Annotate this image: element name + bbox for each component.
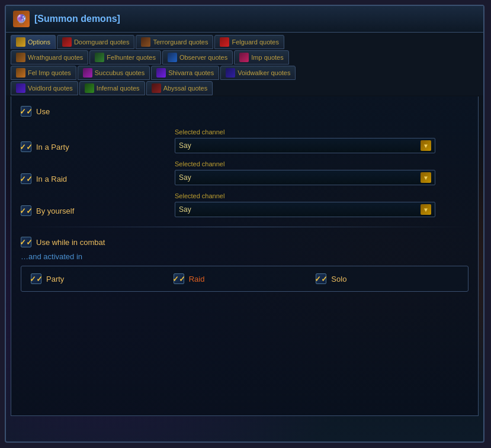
title-bar: 🔮 [Summon demons] <box>6 6 483 33</box>
use-while-in-combat-checkbox[interactable]: ✓ <box>21 237 31 247</box>
yourself-channel-value: Say <box>179 205 191 214</box>
voidlord-tab-icon <box>16 83 25 93</box>
tab-voidlord-label: Voidlord quotes <box>28 85 73 92</box>
abyssal-tab-icon <box>152 83 161 93</box>
party-channel-label: Selected channel <box>175 128 468 136</box>
in-a-party-checkbox[interactable]: ✓ <box>21 141 31 152</box>
content-area: ✓ Use ✓ In a Party Selected channel Say … <box>11 96 479 416</box>
tab-terrorguard[interactable]: Terrorguard quotes <box>136 35 213 49</box>
observer-tab-icon <box>168 53 177 62</box>
shivarra-tab-icon <box>156 68 166 78</box>
tab-options[interactable]: Options <box>11 35 56 49</box>
solo-activation-checkbox[interactable]: ✓ <box>316 273 326 284</box>
tabs-container: Options Doomguard quotes Terrorguard quo… <box>6 33 483 95</box>
tab-observer[interactable]: Observer quotes <box>162 50 233 65</box>
doomguard-tab-icon <box>62 37 72 47</box>
party-channel-value: Say <box>179 141 191 150</box>
tab-row-3: Fel Imp quotes Succubus quotes Shivarra … <box>11 66 479 80</box>
by-yourself-checkbox[interactable]: ✓ <box>21 205 31 216</box>
tab-felguard[interactable]: Felguard quotes <box>214 35 284 49</box>
activation-party: ✓ Party <box>31 273 174 284</box>
in-a-party-section: ✓ In a Party Selected channel Say ▼ <box>21 128 468 153</box>
tab-shivarra[interactable]: Shivarra quotes <box>151 66 219 80</box>
felimp-tab-icon <box>16 68 25 78</box>
party-activation-checkbox[interactable]: ✓ <box>31 273 41 284</box>
terrorguard-tab-icon <box>141 37 150 47</box>
tab-abyssal[interactable]: Abyssal quotes <box>146 81 213 95</box>
tab-shivarra-label: Shivarra quotes <box>168 69 214 76</box>
raid-label-col: ✓ In a Raid <box>21 173 175 185</box>
tab-felguard-label: Felguard quotes <box>232 38 279 46</box>
options-tab-icon <box>16 37 25 47</box>
use-while-in-combat-label: Use while in combat <box>36 238 105 247</box>
in-a-raid-checkbox[interactable]: ✓ <box>21 173 31 184</box>
tab-options-label: Options <box>28 38 50 46</box>
tab-voidwalker-label: Voidwalker quotes <box>238 69 290 76</box>
tab-row-4: Voidlord quotes Infernal quotes Abyssal … <box>11 81 479 95</box>
tab-doomguard[interactable]: Doomguard quotes <box>57 35 135 49</box>
raid-channel-label: Selected channel <box>175 160 468 167</box>
in-a-party-row: ✓ In a Party Selected channel Say ▼ <box>21 128 468 153</box>
in-a-raid-row: ✓ In a Raid Selected channel Say ▼ <box>21 160 468 185</box>
activation-solo: ✓ Solo <box>316 273 458 284</box>
use-checkbox[interactable]: ✓ <box>21 106 31 117</box>
party-dropdown-arrow: ▼ <box>421 140 431 151</box>
tab-succubus[interactable]: Succubus quotes <box>78 66 150 80</box>
in-a-raid-label: In a Raid <box>36 175 67 183</box>
and-activated-label: …and activated in <box>21 252 468 261</box>
yourself-channel-dropdown[interactable]: Say ▼ <box>175 202 435 217</box>
raid-dropdown-arrow: ▼ <box>421 172 431 183</box>
tab-row-1: Options Doomguard quotes Terrorguard quo… <box>11 35 479 49</box>
activation-raid: ✓ Raid <box>174 273 316 284</box>
use-row: ✓ Use <box>21 106 468 117</box>
tab-felhunter[interactable]: Felhunter quotes <box>89 50 161 65</box>
tab-doomguard-label: Doomguard quotes <box>74 38 130 46</box>
combat-checkbox-row: ✓ Use while in combat <box>21 237 468 247</box>
solo-activation-label: Solo <box>331 275 346 283</box>
tab-voidlord[interactable]: Voidlord quotes <box>11 81 78 95</box>
imp-tab-icon <box>239 53 249 62</box>
tab-felhunter-label: Felhunter quotes <box>107 54 156 61</box>
separator <box>21 227 468 227</box>
tab-wrathguard[interactable]: Wrathguard quotes <box>11 50 88 65</box>
tab-felimp-label: Fel Imp quotes <box>28 69 71 76</box>
raid-dropdown-col: Selected channel Say ▼ <box>175 160 468 185</box>
use-label: Use <box>36 107 50 116</box>
felhunter-tab-icon <box>95 53 104 62</box>
tab-voidwalker[interactable]: Voidwalker quotes <box>220 66 296 80</box>
combat-section: ✓ Use while in combat …and activated in … <box>21 237 468 292</box>
tab-terrorguard-label: Terrorguard quotes <box>153 38 208 46</box>
in-a-party-label: In a Party <box>36 143 69 152</box>
raid-activation-label: Raid <box>189 275 205 283</box>
wrathguard-tab-icon <box>16 53 25 62</box>
tab-infernal[interactable]: Infernal quotes <box>79 81 145 95</box>
yourself-dropdown-arrow: ▼ <box>421 204 431 215</box>
infernal-tab-icon <box>85 83 94 93</box>
raid-activation-checkbox[interactable]: ✓ <box>174 273 184 284</box>
yourself-channel-label: Selected channel <box>175 192 468 199</box>
title-icon: 🔮 <box>13 11 30 27</box>
raid-channel-dropdown[interactable]: Say ▼ <box>175 170 435 185</box>
tab-succubus-label: Succubus quotes <box>95 69 145 76</box>
yourself-label-col: ✓ By yourself <box>21 205 175 217</box>
tab-observer-label: Observer quotes <box>179 54 227 61</box>
by-yourself-label: By yourself <box>36 207 74 215</box>
in-a-raid-section: ✓ In a Raid Selected channel Say ▼ <box>21 160 468 185</box>
voidwalker-tab-icon <box>226 68 235 78</box>
tab-wrathguard-label: Wrathguard quotes <box>28 54 83 61</box>
party-dropdown-col: Selected channel Say ▼ <box>175 128 468 153</box>
by-yourself-section: ✓ By yourself Selected channel Say ▼ <box>21 192 468 217</box>
felguard-tab-icon <box>220 37 229 47</box>
party-label-col: ✓ In a Party <box>21 141 175 153</box>
party-channel-dropdown[interactable]: Say ▼ <box>175 138 435 153</box>
tab-imp-label: Imp quotes <box>251 54 283 61</box>
party-activation-label: Party <box>46 275 64 283</box>
raid-channel-value: Say <box>179 173 191 182</box>
activation-box: ✓ Party ✓ Raid ✓ Solo <box>21 266 468 292</box>
tab-felimp[interactable]: Fel Imp quotes <box>11 66 76 80</box>
tab-imp[interactable]: Imp quotes <box>234 50 288 65</box>
tab-abyssal-label: Abyssal quotes <box>163 85 208 92</box>
main-window: 🔮 [Summon demons] Options Doomguard quot… <box>5 5 484 443</box>
tab-infernal-label: Infernal quotes <box>97 85 140 92</box>
by-yourself-row: ✓ By yourself Selected channel Say ▼ <box>21 192 468 217</box>
